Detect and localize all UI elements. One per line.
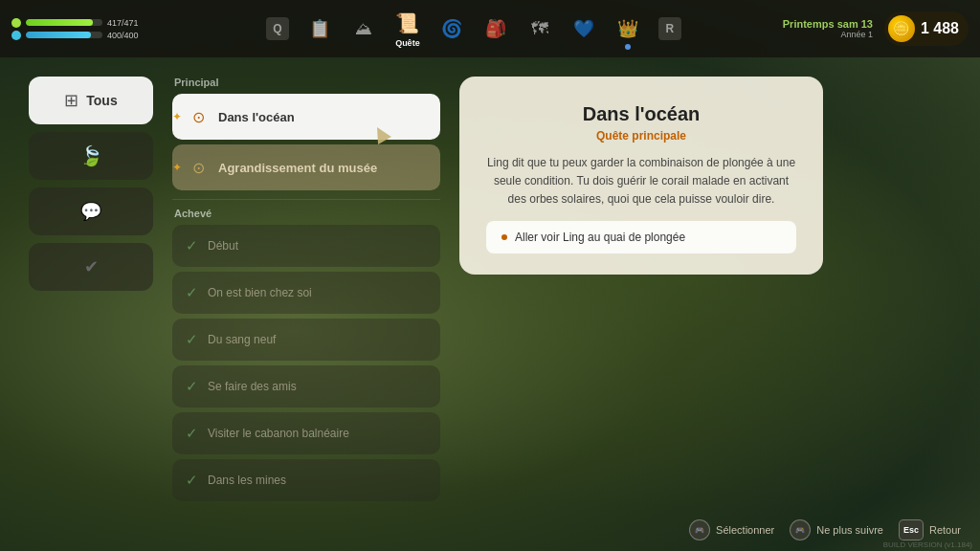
r-icon: R [658,17,681,40]
completed-quests: ✓ Début ✓ On est bien chez soi ✓ Du sang… [172,225,440,501]
season-year: Année 1 [783,30,873,39]
nav-heart[interactable]: 💙 [570,15,597,42]
amis-label: Se faire des amis [208,380,297,393]
tous-label: Tous [86,93,117,108]
coin-block: 🪙 1 488 [884,11,969,46]
retour-label: Retour [929,524,961,536]
mines-icon: ✓ [186,472,198,489]
health-bar: 417/471 [11,18,153,28]
nav-quete[interactable]: 📜 Quête [394,10,421,48]
quete-label: Quête [395,38,420,48]
world-icon: 🗺 [526,15,553,42]
quest-detail-panel: Dans l'océan Quête principale Ling dit q… [459,77,823,275]
retour-key: Esc [899,519,924,540]
ne-plus-suivre-label: Ne plus suivre [816,524,883,536]
health-text: 417/471 [107,18,153,28]
selectionner-key: 🎮 [689,519,710,540]
cabanon-label: Visiter le cabanon balnéaire [208,427,349,440]
map-icon: ⛰ [350,15,377,42]
quest-musee[interactable]: ✦ ⊙ Agrandissement du musée [172,144,440,190]
quest-ocean[interactable]: ✦ ⊙ Dans l'océan [172,94,440,140]
health-icon [11,18,21,28]
nav-mail[interactable]: 🌀 [438,15,465,42]
action-ne-plus-suivre: 🎮 Ne plus suivre [790,519,883,540]
selectionner-label: Sélectionner [716,524,774,536]
category-leaf[interactable]: 🍃 [29,132,153,180]
nav-q[interactable]: Q [266,17,289,40]
crown-dot [625,44,631,50]
quest-amis[interactable]: ✓ Se faire des amis [172,365,440,408]
topbar: 417/471 400/400 Q 📋 ⛰ 📜 Quête 🌀 [0,0,980,57]
chez-soi-icon: ✓ [186,284,198,301]
quete-icon: 📜 [394,10,421,36]
quest-detail-description: Ling dit que tu peux garder la combinais… [486,154,796,209]
bag-icon: 🎒 [482,15,509,42]
coin-amount: 1 488 [921,20,959,37]
sang-neuf-label: Du sang neuf [208,333,276,346]
quest-list-panel: Principal ✦ ⊙ Dans l'océan ✦ ⊙ Agrandiss… [172,77,440,532]
cabanon-icon: ✓ [186,425,198,442]
amis-icon: ✓ [186,378,198,395]
nav-crown[interactable]: 👑 [614,15,641,42]
quest-detail-subtitle: Quête principale [486,129,796,143]
health-fill [26,19,93,26]
nav-world[interactable]: 🗺 [526,15,553,42]
energy-bar: 400/400 [11,31,153,40]
energy-text: 400/400 [107,31,153,40]
category-check[interactable]: ✔ [29,243,153,291]
stats-block: 417/471 400/400 [11,18,153,40]
energy-track [26,32,102,38]
tous-icon: ⊞ [64,90,78,111]
musee-star: ✦ [172,161,182,174]
category-tous[interactable]: ⊞ Tous [29,77,153,124]
season-info: Printemps sam 13 Année 1 [783,18,873,39]
health-track [26,19,102,26]
objective-item: Aller voir Ling au quai de plongée [486,221,796,253]
mail-icon: 🌀 [438,15,465,42]
nav-bag[interactable]: 🎒 [482,15,509,42]
energy-fill [26,32,91,38]
objective-bullet [501,234,507,240]
journal-icon: 📋 [306,15,333,42]
nav-icons: Q 📋 ⛰ 📜 Quête 🌀 🎒 🗺 💙 👑 R [172,10,775,48]
mines-label: Dans les mines [208,474,286,487]
nav-map[interactable]: ⛰ [350,15,377,42]
objective-text: Aller voir Ling au quai de plongée [515,231,685,244]
q-icon: Q [266,17,289,40]
coin-icon: 🪙 [888,15,915,42]
ne-plus-suivre-key: 🎮 [790,519,811,540]
heart-icon: 💙 [570,15,597,42]
ocean-icon: ⊙ [188,106,209,127]
ocean-label: Dans l'océan [218,110,295,124]
quest-cabanon[interactable]: ✓ Visiter le cabanon balnéaire [172,412,440,454]
ocean-star: ✦ [172,110,182,123]
sang-neuf-icon: ✓ [186,331,198,348]
action-selectionner: 🎮 Sélectionner [689,519,774,540]
debut-label: Début [208,239,238,253]
energy-icon [11,31,21,40]
quest-sang-neuf[interactable]: ✓ Du sang neuf [172,319,440,361]
quest-detail-title: Dans l'océan [486,103,796,125]
musee-label: Agrandissement du musée [218,161,377,175]
debut-icon: ✓ [186,237,198,254]
leaf-icon: 🍃 [79,144,103,167]
musee-icon: ⊙ [188,157,209,178]
action-retour: Esc Retour [899,519,961,540]
section-principal: Principal [174,77,440,88]
quest-mines[interactable]: ✓ Dans les mines [172,459,440,501]
chez-soi-label: On est bien chez soi [208,286,312,299]
bottom-bar: 🎮 Sélectionner 🎮 Ne plus suivre Esc Reto… [0,509,980,551]
crown-icon: 👑 [614,15,641,42]
category-panel: ⊞ Tous 🍃 💬 ✔ [29,77,153,532]
nav-r[interactable]: R [658,17,681,40]
main-content: ⊞ Tous 🍃 💬 ✔ Principal ✦ ⊙ Dans l'océan … [0,57,980,551]
season-name: Printemps sam 13 [783,18,873,30]
chat-icon: 💬 [80,201,101,222]
category-chat[interactable]: 💬 [29,187,153,235]
topbar-right: Printemps sam 13 Année 1 🪙 1 488 [783,11,969,46]
section-divider [172,199,440,200]
quest-chez-soi[interactable]: ✓ On est bien chez soi [172,272,440,314]
check-icon: ✔ [84,256,99,277]
quest-debut[interactable]: ✓ Début [172,225,440,267]
nav-journal[interactable]: 📋 [306,15,333,42]
